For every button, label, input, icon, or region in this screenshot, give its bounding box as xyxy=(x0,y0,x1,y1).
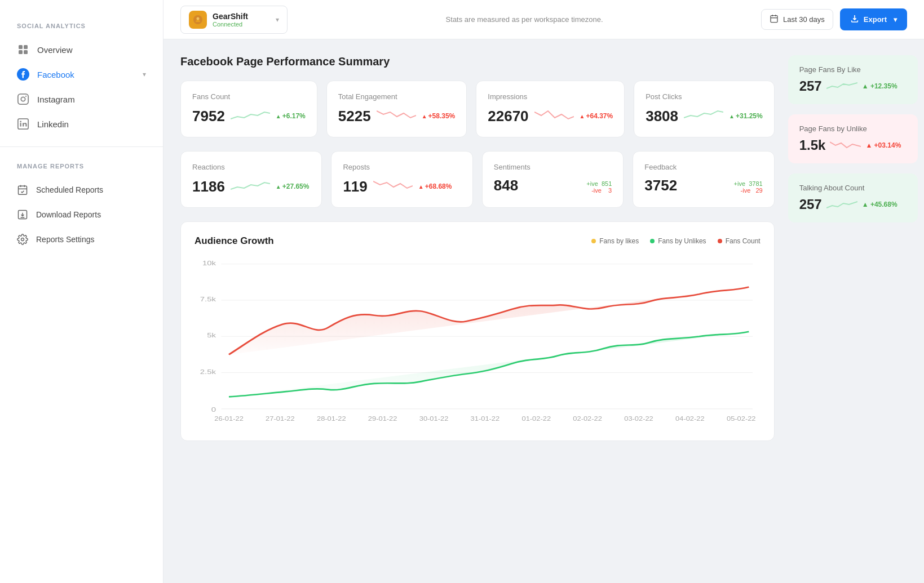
sidebar-item-overview[interactable]: Overview xyxy=(0,37,163,62)
metric-card-total-engagement: Total Engagement 5225 ▲+58.35% xyxy=(326,81,467,137)
sidebar-instagram-label: Instagram xyxy=(37,95,75,104)
legend-fans-likes-label: Fans by likes xyxy=(599,237,639,245)
sidebar-manage-label: MANAGE REPORTS xyxy=(0,163,163,170)
svg-text:28-01-22: 28-01-22 xyxy=(317,416,346,422)
legend-fans-unlikes-dot xyxy=(650,239,655,243)
sidebar-item-linkedin[interactable]: Linkedin xyxy=(0,112,163,136)
sidebar-item-download-reports[interactable]: Download Reports xyxy=(0,202,163,227)
page-fans-by-unlike-change: ▲ +03.14% xyxy=(865,141,901,149)
impressions-change: ▲+64.37% xyxy=(580,112,613,120)
metrics-grid-2: Reactions 1186 ▲+27.65% xyxy=(180,151,775,208)
page-fans-by-unlike-label: Page Fans by Unlike xyxy=(799,124,907,133)
metric-card-post-clicks: Post Clicks 3808 ▲+31.25% xyxy=(634,81,774,137)
svg-rect-2 xyxy=(19,50,23,54)
svg-point-20 xyxy=(197,17,200,20)
svg-point-10 xyxy=(20,121,21,123)
sidebar-overview-label: Overview xyxy=(37,45,73,55)
instagram-icon xyxy=(17,93,29,105)
fans-count-label: Fans Count xyxy=(192,92,306,101)
svg-text:27-01-22: 27-01-22 xyxy=(266,416,295,422)
feedback-extra: +ive 3781 -ive 29 xyxy=(734,180,763,194)
sidebar: SOCIAL ANALYTICS Overview Facebook ▾ xyxy=(0,0,163,583)
metric-card-fans-count: Fans Count 7952 ▲+6.17% xyxy=(180,81,317,137)
sentiments-label: Sentiments xyxy=(494,163,612,171)
svg-text:26-01-22: 26-01-22 xyxy=(214,416,244,422)
svg-text:29-01-22: 29-01-22 xyxy=(368,416,397,422)
chart-svg: 10k 7.5k 5k 2.5k 0 xyxy=(194,258,761,427)
svg-text:02-02-22: 02-02-22 xyxy=(573,416,602,422)
total-engagement-row: 5225 ▲+58.35% xyxy=(338,106,455,126)
reactions-row: 1186 ▲+27.65% xyxy=(192,177,310,196)
metric-card-reposts: Reposts 119 ▲+68.68% xyxy=(331,151,472,208)
page-fans-by-like-label: Page Fans By Like xyxy=(799,65,907,74)
reposts-value: 119 xyxy=(343,178,367,195)
calendar-icon xyxy=(770,14,779,25)
post-clicks-row: 3808 ▲+31.25% xyxy=(646,106,762,126)
scheduled-reports-label: Scheduled Reports xyxy=(36,185,103,194)
reports-settings-label: Reports Settings xyxy=(36,235,95,244)
chart-header: Audience Growth Fans by likes Fans by Un… xyxy=(194,235,761,247)
date-range-button[interactable]: Last 30 days xyxy=(761,9,833,30)
talking-about-count-row: 257 ▲ +45.68% xyxy=(799,197,907,212)
total-engagement-label: Total Engagement xyxy=(338,92,455,101)
reports-settings-icon xyxy=(17,234,28,245)
grid-icon xyxy=(17,43,29,56)
post-clicks-change: ▲+31.25% xyxy=(729,112,763,120)
chart-legend: Fans by likes Fans by Unlikes Fans Count xyxy=(591,237,760,245)
svg-text:03-02-22: 03-02-22 xyxy=(624,416,653,422)
scheduled-reports-icon xyxy=(17,184,28,195)
side-metric-card-page-fans-by-like: Page Fans By Like 257 ▲ +12.35% xyxy=(788,55,918,104)
svg-rect-0 xyxy=(19,45,23,49)
total-engagement-change: ▲+58.35% xyxy=(422,112,456,120)
svg-text:2.5k: 2.5k xyxy=(200,368,216,375)
feedback-negative: -ive 29 xyxy=(734,187,763,194)
export-chevron-icon: ▾ xyxy=(894,16,897,24)
page-fans-by-like-row: 257 ▲ +12.35% xyxy=(799,78,907,94)
svg-text:31-01-22: 31-01-22 xyxy=(471,416,500,422)
svg-rect-5 xyxy=(18,94,28,104)
main-content: GearShift Connected ▾ Stats are measured… xyxy=(163,0,924,583)
export-button[interactable]: Export ▾ xyxy=(840,8,907,30)
svg-text:30-01-22: 30-01-22 xyxy=(419,416,449,422)
sidebar-divider xyxy=(0,146,163,147)
reactions-sparkline xyxy=(231,177,270,196)
content-main: Facebook Page Performance Summary Fans C… xyxy=(180,55,775,567)
impressions-label: Impressions xyxy=(488,92,613,101)
sidebar-facebook-label: Facebook xyxy=(37,70,74,79)
reactions-label: Reactions xyxy=(192,163,310,171)
sidebar-item-reports-settings[interactable]: Reports Settings xyxy=(0,227,163,252)
facebook-chevron-icon: ▾ xyxy=(143,70,146,78)
reposts-change: ▲+68.68% xyxy=(418,183,452,190)
impressions-value: 22670 xyxy=(488,108,528,125)
reactions-value: 1186 xyxy=(192,178,225,195)
page-fans-by-like-sparkline xyxy=(826,78,857,94)
feedback-value: 3752 xyxy=(644,177,677,194)
legend-fans-count-dot xyxy=(718,239,722,243)
facebook-icon xyxy=(17,68,29,81)
page-title: Facebook Page Performance Summary xyxy=(180,55,775,68)
date-range-label: Last 30 days xyxy=(783,15,825,24)
metric-card-impressions: Impressions 22670 ▲+64.37% xyxy=(476,81,625,137)
talking-about-count-change: ▲ +45.68% xyxy=(862,201,898,208)
workspace-status: Connected xyxy=(213,21,270,28)
metric-card-feedback: Feedback 3752 +ive 3781 -ive 29 xyxy=(633,151,774,208)
legend-fans-by-likes: Fans by likes xyxy=(591,237,639,245)
svg-text:7.5k: 7.5k xyxy=(200,296,216,303)
post-clicks-sparkline xyxy=(684,106,723,126)
svg-point-18 xyxy=(21,238,24,241)
svg-text:04-02-22: 04-02-22 xyxy=(675,416,705,422)
legend-fans-count: Fans Count xyxy=(718,237,761,245)
impressions-row: 22670 ▲+64.37% xyxy=(488,106,613,126)
sidebar-item-instagram[interactable]: Instagram xyxy=(0,87,163,112)
workspace-selector[interactable]: GearShift Connected ▾ xyxy=(180,6,288,34)
sidebar-item-facebook[interactable]: Facebook ▾ xyxy=(0,62,163,87)
workspace-avatar xyxy=(189,11,207,29)
export-icon xyxy=(850,14,859,25)
sentiments-negative: -ive 3 xyxy=(586,187,612,194)
content-sidebar: Page Fans By Like 257 ▲ +12.35% Page Fan… xyxy=(788,55,918,567)
impressions-sparkline xyxy=(534,106,574,126)
legend-fans-unlikes-label: Fans by Unlikes xyxy=(658,237,706,245)
sidebar-item-scheduled-reports[interactable]: Scheduled Reports xyxy=(0,177,163,202)
talking-about-count-value: 257 xyxy=(799,197,822,212)
fans-count-row: 7952 ▲+6.17% xyxy=(192,106,306,126)
